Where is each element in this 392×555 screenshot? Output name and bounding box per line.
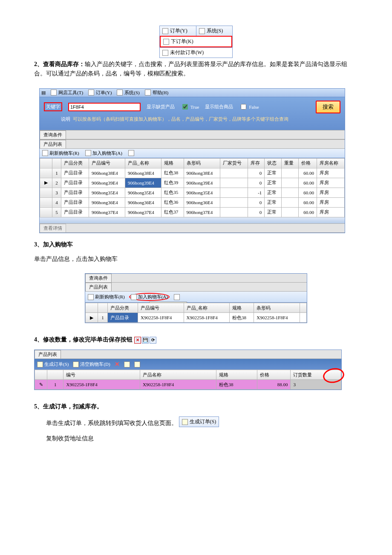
table-row[interactable]: 4产品目录906hong36E4906hong36E4红色36906hong36… <box>40 197 345 207</box>
help-icon <box>145 90 151 95</box>
menuitem-place-order[interactable]: 下订单(K) <box>161 37 231 46</box>
misc-button-2[interactable] <box>174 293 180 301</box>
tab-product-list-2[interactable]: 产品列表 <box>85 283 112 291</box>
tab-product-list[interactable]: 产品列表 <box>40 140 66 148</box>
grid-header[interactable]: 规格 <box>216 370 257 380</box>
grid-header[interactable]: 价格 <box>257 370 291 380</box>
search-bar: 关键字 显示缺货产品 True 显示组合商品 False 搜索 说明 可以按条形… <box>40 97 345 130</box>
show-combo-value: False <box>249 104 259 110</box>
table-row[interactable]: 3产品目录906hong35E4906hong35E4红色35906hong35… <box>40 188 345 197</box>
system-icon <box>199 28 205 34</box>
hscrollbar[interactable] <box>40 217 345 223</box>
cancel-icon[interactable]: ✕ <box>134 337 141 344</box>
grid-header[interactable]: 产品编号 <box>138 303 184 313</box>
table-row[interactable]: ▶1产品目录X902258-1F8F4X902258-1F8F4粉色38X902… <box>86 313 307 323</box>
menuicon: ▤ <box>41 90 46 95</box>
place-order-icon <box>163 39 169 45</box>
refresh-icon <box>88 294 94 300</box>
search-button[interactable]: 搜索 <box>316 101 340 113</box>
grid-header[interactable] <box>52 158 61 168</box>
show-shortage-value: True <box>190 104 199 110</box>
gen-order-icon <box>37 361 43 367</box>
panel1-menubar: ▤ 网店工具(T) 订单(Y) 系统(S) 帮助(H) <box>40 89 345 97</box>
refresh-icon-2[interactable] <box>134 361 140 367</box>
grid-header[interactable]: 条形码 <box>254 303 300 313</box>
refresh-cart-button-2[interactable]: 刷新购物车(R) <box>88 293 125 301</box>
grid-header[interactable]: 产品名称 <box>140 370 216 380</box>
sec5-title: 5、生成订单，扣减库存。 <box>34 403 358 410</box>
cart-panel: 产品列表 生成订单(S) 清空购物车(D) ✕ 编号产品名称规格价格订货数量 ✎… <box>34 350 342 390</box>
show-shortage-label: 显示缺货产品 <box>147 104 175 110</box>
grid-header[interactable] <box>86 303 98 313</box>
product-grid-2[interactable]: 产品分类产品编号产品_名称规格条形码 ▶1产品目录X902258-1F8F4X9… <box>85 303 307 323</box>
refresh-cart-button[interactable]: 刷新购物车(R) <box>42 150 79 156</box>
system-icon <box>117 90 123 95</box>
grid-header[interactable]: 规格 <box>161 158 184 168</box>
generate-order-button[interactable]: 生成订单(S) <box>37 361 69 367</box>
sec5-text: 单击生成订单，系统跳转到填写收货人信息页面。 <box>46 420 177 426</box>
refresh-icon <box>134 361 140 367</box>
grid-header[interactable] <box>47 370 63 380</box>
grid-header[interactable]: 产品_名称 <box>125 158 161 168</box>
shop-icon <box>51 90 57 95</box>
grid-header[interactable]: 规格 <box>230 303 254 313</box>
menu-order[interactable]: 订单(Y) <box>88 90 112 96</box>
tab-query[interactable]: 查询条件 <box>40 130 66 139</box>
grid-header[interactable]: 库存 <box>248 158 265 168</box>
grid-header[interactable] <box>35 370 47 380</box>
grid-header[interactable]: 状态 <box>265 158 282 168</box>
show-combo-checkbox[interactable] <box>241 104 246 110</box>
show-combo-label: 显示组合商品 <box>205 104 233 110</box>
save-icon <box>124 361 130 367</box>
add-to-cart-button[interactable]: 加入购物车(A) <box>85 150 122 156</box>
table-row[interactable]: 1产品目录906hong38E4906hong38E4红色38906hong38… <box>40 168 345 178</box>
grid-header[interactable]: 库房名称 <box>317 158 345 168</box>
grid-header[interactable]: 价格 <box>299 158 317 168</box>
grid-header[interactable]: 产品分类 <box>61 158 89 168</box>
table-row[interactable]: 5产品目录906hong37E4906hong37E4红色37906hong37… <box>40 207 345 217</box>
grid-header[interactable]: 厂家货号 <box>220 158 248 168</box>
generate-order-inline-button[interactable]: 生成订单(S) <box>179 416 219 427</box>
table-row[interactable]: ✎1X902258-1F8F4X902258-1F8F4粉色3888.003 <box>35 380 341 390</box>
save-icon[interactable]: 💾 <box>142 337 149 344</box>
menuitem-unpaid-order[interactable]: 未付款订单(W) <box>160 48 232 58</box>
clear-cart-icon <box>73 361 79 367</box>
keyword-input[interactable] <box>68 103 141 111</box>
menu-system[interactable]: 系统(S) <box>196 26 233 36</box>
grid-header[interactable] <box>98 303 108 313</box>
grid-header[interactable]: 订货数量 <box>291 370 341 380</box>
order-icon <box>88 90 94 95</box>
menu-shop-tool[interactable]: 网店工具(T) <box>51 90 83 96</box>
menu-help[interactable]: 帮助(H) <box>145 90 168 96</box>
sec4-title: 4、修改数量，修改完毕单击保存按钮 <box>34 336 133 343</box>
grid-header[interactable]: 产品编号 <box>89 158 125 168</box>
tab-product-list-3[interactable]: 产品列表 <box>35 350 61 358</box>
grid-header[interactable]: 编号 <box>63 370 140 380</box>
grid-header[interactable]: 产品_名称 <box>184 303 230 313</box>
menu-system[interactable]: 系统(S) <box>117 90 139 96</box>
grid-header[interactable]: 条形码 <box>184 158 220 168</box>
clear-cart-button[interactable]: 清空购物车(D) <box>73 361 110 367</box>
grid-header[interactable] <box>300 303 306 313</box>
grid-header[interactable]: 重量 <box>282 158 299 168</box>
table-row[interactable]: ▶2产品目录906hong39E4906hong39E4红色39906hong3… <box>40 178 345 188</box>
refresh-icon[interactable]: ⟳ <box>150 337 156 344</box>
show-shortage-checkbox[interactable] <box>182 104 188 110</box>
misc-icon <box>174 294 180 300</box>
sec2-title: 2、查看商品库存： <box>34 61 85 67</box>
delete-icon[interactable]: ✕ <box>115 361 120 368</box>
misc-button[interactable] <box>128 150 134 156</box>
grid-header[interactable] <box>40 158 52 168</box>
tab-partial[interactable]: 查看详情 <box>40 224 66 232</box>
save-icon-2[interactable] <box>124 361 130 367</box>
product-grid[interactable]: 产品分类产品编号产品_名称规格条形码厂家货号库存状态重量价格库房名称 1产品目录… <box>40 158 345 217</box>
menu-order[interactable]: 订单(Y) <box>160 26 196 36</box>
grid-header[interactable]: 产品分类 <box>108 303 138 313</box>
add-to-cart-button-2[interactable]: 加入购物车(A) <box>129 293 170 301</box>
order-icon <box>162 28 168 34</box>
order-dropdown-menu: 订单(Y) 系统(S) 下订单(K) 未付款订单(W) <box>159 26 233 58</box>
sec3-title: 3、加入购物车 <box>34 241 358 249</box>
tab-query-2[interactable]: 查询条件 <box>85 274 112 282</box>
unpaid-order-icon <box>162 50 168 56</box>
cart-grid[interactable]: 编号产品名称规格价格订货数量 ✎1X902258-1F8F4X902258-1F… <box>35 370 341 390</box>
